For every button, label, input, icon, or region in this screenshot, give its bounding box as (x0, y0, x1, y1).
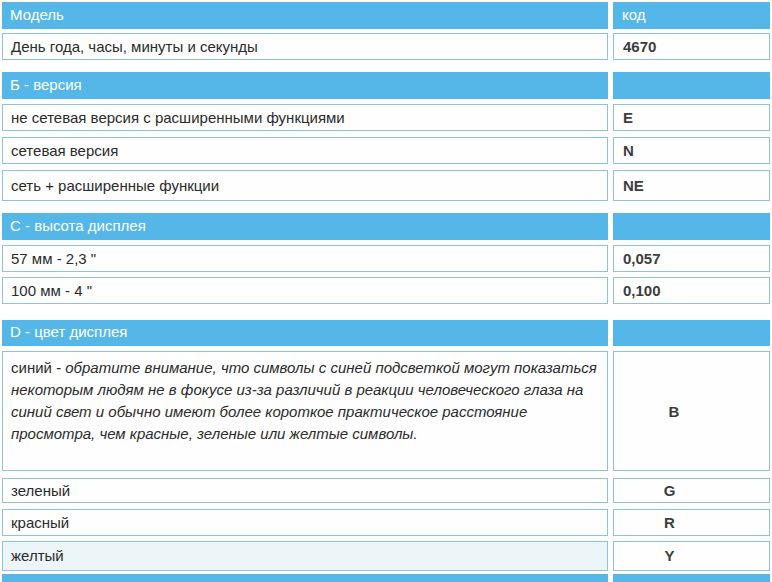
section-title-cell: Б - версия (2, 72, 608, 99)
row-code-cell: R (613, 509, 770, 536)
table-row: День года, часы, минуты и секунды 4670 (2, 33, 772, 60)
section-header-row: Б - версия (2, 72, 772, 99)
table-row: зеленый G (2, 478, 772, 503)
section-title-cell: C - высота дисплея (2, 213, 608, 240)
table-row: 100 мм - 4 " 0,100 (2, 277, 772, 304)
section-header-row: D - цвет дисплея (2, 320, 772, 346)
row-label-cell: зеленый (2, 478, 608, 503)
section-empty-cell (613, 320, 770, 346)
row-code-cell: G (613, 478, 770, 503)
row-label-cell: сеть + расширенные функции (2, 170, 608, 201)
row-label-cell: не сетевая версия с расширенными функция… (2, 104, 608, 131)
row-code-cell: B (613, 351, 770, 471)
clipped-bar-left (2, 574, 608, 582)
table-row: синий - обратите внимание, что символы с… (2, 351, 772, 471)
row-label-cell: красный (2, 509, 608, 536)
row-label-cell: желтый (2, 541, 608, 571)
row-code-cell: Y (613, 541, 770, 571)
header-model-cell: Модель (2, 2, 608, 29)
note-body-text: - обратите внимание, что символы с синей… (11, 359, 597, 442)
clipped-section-bar (2, 574, 772, 582)
table-row: не сетевая версия с расширенными функция… (2, 104, 772, 131)
row-code-cell: 0,057 (613, 245, 770, 272)
row-code-cell: N (613, 137, 770, 164)
section-header-row: C - высота дисплея (2, 213, 772, 240)
table-row: сетевая версия N (2, 137, 772, 164)
header-code-cell: код (613, 2, 770, 29)
table-row: сеть + расширенные функции NE (2, 170, 772, 201)
note-lead-word: синий (11, 359, 52, 376)
model-code-table: Модель код День года, часы, минуты и сек… (0, 0, 772, 582)
table-row: 57 мм - 2,3 " 0,057 (2, 245, 772, 272)
table-row: красный R (2, 509, 772, 536)
section-empty-cell (613, 213, 770, 240)
row-code-cell: 4670 (613, 33, 770, 60)
section-empty-cell (613, 72, 770, 99)
row-label-cell: 100 мм - 4 " (2, 277, 608, 304)
table-header-row: Модель код (2, 2, 772, 29)
table-row: желтый Y (2, 541, 772, 571)
row-code-cell: NE (613, 170, 770, 201)
clipped-bar-right (613, 574, 770, 582)
row-code-cell: E (613, 104, 770, 131)
row-label-cell: сетевая версия (2, 137, 608, 164)
row-label-cell: День года, часы, минуты и секунды (2, 33, 608, 60)
row-label-cell: 57 мм - 2,3 " (2, 245, 608, 272)
blue-note-cell: синий - обратите внимание, что символы с… (2, 351, 608, 471)
row-code-cell: 0,100 (613, 277, 770, 304)
section-title-cell: D - цвет дисплея (2, 320, 608, 346)
